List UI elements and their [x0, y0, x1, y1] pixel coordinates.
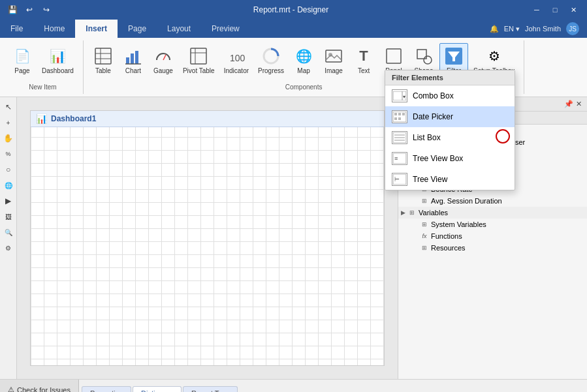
tab-report-tree[interactable]: Report Tree — [183, 386, 238, 392]
ribbon-btn-progress[interactable]: Progress — [254, 43, 288, 77]
canvas-inner: 📊 Dashboard1 — [30, 110, 385, 366]
filter-item-tree-view-box[interactable]: ≡ Tree View Box — [385, 148, 515, 169]
arrow-right-tool[interactable]: ▶ — [1, 194, 16, 208]
svg-rect-29 — [398, 117, 401, 120]
canvas-area: 📊 Dashboard1 — [17, 97, 398, 379]
tab-file[interactable]: File — [0, 20, 33, 38]
date-picker-label: Date Picker — [413, 112, 453, 121]
filter-item-list-box[interactable]: List Box — [385, 127, 515, 148]
ribbon-btn-gauge[interactable]: Gauge — [149, 43, 178, 77]
notification-icon: 🔔 — [490, 25, 499, 33]
window-controls: ─ □ ✕ — [528, 3, 582, 16]
date-picker-icon — [392, 110, 407, 123]
filter-item-date-picker[interactable]: Date Picker — [385, 106, 515, 127]
list-box-label: List Box — [413, 133, 441, 142]
filter-item-combo-box[interactable]: ▾ Combo Box — [385, 85, 515, 106]
warning-icon: ⚠ — [8, 385, 14, 392]
pan-tool[interactable]: ✋ — [1, 131, 16, 145]
bottom-left: ⚠ Check for Issues — [0, 380, 79, 392]
tree-icon-resources: ⊞ — [419, 243, 430, 252]
svg-rect-0 — [95, 48, 111, 64]
bottom-right — [577, 380, 587, 392]
ribbon-btn-chart[interactable]: Chart — [119, 43, 148, 77]
tab-layout[interactable]: Layout — [157, 20, 201, 38]
svg-rect-14 — [326, 50, 341, 62]
bottom-bar: ⚠ Check for Issues Properties Dictionary… — [0, 379, 587, 392]
check-issues-button[interactable]: ⚠ Check for Issues — [0, 380, 79, 392]
undo-button[interactable]: ↩ — [22, 3, 37, 17]
ribbon-btn-map[interactable]: 🌐 Map — [289, 43, 318, 77]
ribbon-tabs: File Home Insert Page Layout Preview 🔔 E… — [0, 20, 587, 38]
tree-view-icon: ⊢ — [392, 173, 407, 186]
dashboard-header-title: Dashboard1 — [51, 114, 96, 123]
list-box-icon — [392, 131, 407, 144]
zoom-in-tool[interactable]: + — [1, 115, 16, 130]
globe-tool[interactable]: 🌐 — [1, 178, 16, 192]
close-button[interactable]: ✕ — [565, 3, 582, 16]
page-icon: 📄 — [12, 46, 33, 67]
tree-view-box-icon: ≡ — [392, 152, 407, 165]
indicator-icon: 100 — [226, 46, 247, 67]
image-tool[interactable]: 🖼 — [1, 209, 16, 224]
ribbon-btn-page[interactable]: 📄 Page — [8, 43, 37, 77]
ribbon-btn-indicator[interactable]: 100 Indicator — [220, 43, 253, 77]
settings-tool[interactable]: ⚙ — [1, 241, 16, 255]
pivot-table-icon — [188, 46, 209, 67]
ribbon-btn-image[interactable]: Image — [319, 43, 348, 77]
tree-icon-avg-session: ⊞ — [419, 196, 430, 205]
ribbon-btn-table[interactable]: Table — [89, 43, 118, 77]
save-button[interactable]: 💾 — [5, 3, 20, 17]
svg-rect-6 — [135, 51, 138, 64]
tree-icon-functions: fx — [419, 232, 430, 241]
tree-item-resources[interactable]: ⊞ Resources — [398, 242, 587, 254]
ribbon-btn-text[interactable]: T Text — [349, 43, 378, 77]
svg-text:100: 100 — [230, 53, 246, 63]
percent-tool[interactable]: % — [1, 147, 16, 161]
minimize-button[interactable]: ─ — [528, 3, 545, 16]
svg-rect-26 — [398, 113, 401, 115]
user-name: John Smith — [525, 25, 561, 33]
panel-icon — [383, 46, 404, 67]
tab-dictionary[interactable]: Dictionary — [133, 386, 182, 392]
tab-insert[interactable]: Insert — [75, 20, 118, 38]
tree-item-system-variables[interactable]: ⊞ System Variables — [398, 219, 587, 230]
ribbon-btn-pivot-table[interactable]: Pivot Table — [179, 43, 219, 77]
setup-toolbox-icon: ⚙ — [484, 46, 505, 67]
tree-item-avg-session[interactable]: ⊞ Avg. Session Duration — [398, 195, 587, 207]
user-avatar: JS — [566, 22, 579, 35]
svg-rect-5 — [131, 53, 134, 64]
filter-item-tree-view[interactable]: ⊢ Tree View — [385, 169, 515, 190]
panel-pin-icon[interactable]: 📌 — [564, 100, 573, 108]
panel-close-icon[interactable]: ✕ — [576, 100, 582, 108]
tab-preview[interactable]: Preview — [201, 20, 250, 38]
tab-properties[interactable]: Properties — [82, 386, 131, 392]
svg-rect-16 — [387, 49, 401, 63]
ribbon-btn-dashboard[interactable]: 📊 Dashboard — [38, 43, 78, 77]
tree-item-functions[interactable]: fx Functions — [398, 230, 587, 242]
redo-button[interactable]: ↪ — [39, 3, 54, 17]
select-tool[interactable]: ↖ — [1, 100, 16, 114]
search-tool[interactable]: 🔍 — [1, 225, 16, 239]
dashboard-header: 📊 Dashboard1 — [31, 111, 384, 127]
map-icon: 🌐 — [293, 46, 314, 67]
tree-icon-system-variables: ⊞ — [419, 220, 430, 229]
tree-item-variables[interactable]: ▶ ⊞ Variables — [398, 207, 587, 219]
svg-rect-4 — [126, 57, 129, 64]
tree-label-avg-session: Avg. Session Duration — [431, 197, 584, 205]
tree-icon-variables: ⊞ — [407, 208, 417, 217]
tree-label-resources: Resources — [431, 244, 584, 252]
language-selector[interactable]: EN ▾ — [504, 25, 520, 33]
svg-rect-25 — [394, 113, 397, 115]
titlebar-left-icons: 💾 ↩ ↪ — [5, 3, 54, 17]
tab-page[interactable]: Page — [118, 20, 157, 38]
combo-box-label: Combo Box — [413, 91, 454, 100]
svg-rect-27 — [402, 113, 405, 115]
svg-rect-9 — [191, 48, 206, 64]
progress-icon — [261, 46, 281, 67]
tab-home[interactable]: Home — [33, 20, 75, 38]
maximize-button[interactable]: □ — [547, 3, 563, 16]
svg-line-8 — [163, 55, 166, 60]
svg-text:▾: ▾ — [403, 94, 405, 100]
circle-tool[interactable]: ○ — [1, 162, 16, 177]
table-icon — [93, 46, 114, 67]
